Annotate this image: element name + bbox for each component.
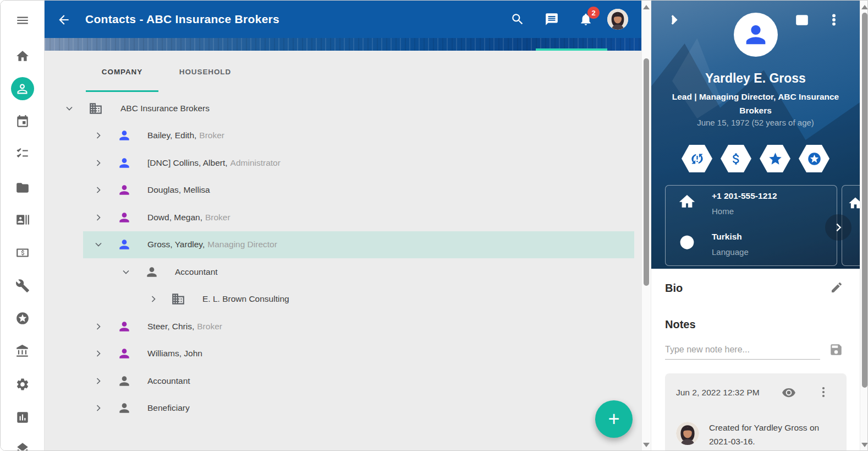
contact-avatar[interactable] bbox=[734, 13, 778, 57]
tree-row-contact[interactable]: Williams, John bbox=[45, 340, 641, 368]
tree-row-role-group[interactable]: Accountant bbox=[45, 367, 641, 395]
menu-icon[interactable] bbox=[15, 13, 30, 28]
chevron-right-icon[interactable] bbox=[93, 403, 104, 414]
tree-row-role-group[interactable]: Beneficiary bbox=[45, 395, 641, 422]
chevron-down-icon[interactable] bbox=[120, 267, 131, 278]
carousel-next-button[interactable] bbox=[825, 214, 851, 241]
star-circle-icon[interactable] bbox=[799, 145, 829, 172]
tree-row-contact[interactable]: [DNC] Collins, Albert,Administrator bbox=[45, 149, 641, 177]
home-icon bbox=[848, 195, 860, 211]
cheque-icon[interactable] bbox=[15, 245, 30, 260]
company-name: E. L. Brown Consulting bbox=[202, 294, 289, 303]
star-icon[interactable] bbox=[760, 145, 790, 172]
tree-row-contact[interactable]: Bailey, Edith,Broker bbox=[45, 122, 641, 150]
chevron-right-icon[interactable] bbox=[93, 184, 104, 195]
tree-row-company[interactable]: ABC Insurance Brokers bbox=[45, 95, 641, 122]
back-arrow-icon[interactable] bbox=[57, 13, 71, 27]
language-row: Turkish Language bbox=[666, 226, 837, 265]
scroll-up-arrow[interactable] bbox=[861, 5, 868, 9]
active-tab-indicator bbox=[86, 90, 158, 92]
group-name: Beneficiary bbox=[147, 403, 190, 412]
change-cover-photo-icon[interactable] bbox=[795, 13, 809, 27]
chevron-right-icon[interactable] bbox=[93, 348, 104, 359]
scrollbar-thumb[interactable] bbox=[862, 13, 867, 388]
tree-row-contact[interactable]: Douglas, Mellisa bbox=[45, 177, 641, 204]
notifications-icon[interactable]: 2 bbox=[579, 12, 593, 26]
tree-row-role-group[interactable]: Accountant bbox=[45, 258, 641, 286]
group-name: Accountant bbox=[147, 376, 190, 385]
scroll-up-arrow[interactable] bbox=[643, 5, 650, 9]
chevron-right-icon[interactable] bbox=[148, 294, 159, 305]
search-icon[interactable] bbox=[510, 12, 525, 26]
tree-row-contact[interactable]: Dowd, Megan,Broker bbox=[45, 204, 641, 231]
chevron-down-icon[interactable] bbox=[64, 103, 75, 114]
notification-badge: 2 bbox=[587, 7, 600, 19]
contact-birthdate: June 15, 1972 (52 years of age) bbox=[651, 118, 860, 127]
tools-icon[interactable] bbox=[15, 278, 30, 294]
language-value: Turkish bbox=[712, 232, 742, 242]
contact-role: Broker bbox=[205, 213, 230, 222]
scroll-down-arrow[interactable] bbox=[643, 443, 650, 447]
star-circle-icon[interactable] bbox=[15, 311, 30, 326]
contact-name: [DNC] Collins, Albert, bbox=[147, 158, 228, 167]
app-window: Contacts - ABC Insurance Brokers 2 COMPA… bbox=[0, 0, 868, 451]
contacts-icon[interactable] bbox=[11, 77, 34, 100]
chevron-right-icon[interactable] bbox=[93, 130, 104, 141]
tree-row-contact[interactable]: Steer, Chris,Broker bbox=[45, 313, 641, 340]
contact-full-name: Yardley E. Gross bbox=[651, 71, 860, 86]
bio-heading: Bio bbox=[665, 282, 683, 295]
save-note-icon[interactable] bbox=[829, 343, 843, 357]
main-scrollbar[interactable] bbox=[641, 1, 651, 451]
contact-name: Douglas, Mellisa bbox=[147, 185, 210, 194]
contact-detail-panel: Yardley E. Gross Lead | Managing Directo… bbox=[651, 1, 860, 451]
chevron-right-icon[interactable] bbox=[93, 212, 104, 223]
new-note-input[interactable] bbox=[665, 343, 820, 360]
bank-icon[interactable] bbox=[15, 344, 30, 359]
tree-row-company[interactable]: E. L. Brown Consulting bbox=[45, 286, 641, 313]
collapse-panel-icon[interactable] bbox=[667, 13, 681, 27]
scroll-down-arrow[interactable] bbox=[861, 443, 868, 447]
home-icon[interactable] bbox=[15, 48, 30, 64]
contact-role: Broker bbox=[199, 131, 224, 140]
detail-scrollbar[interactable] bbox=[860, 1, 868, 451]
chevron-right-icon[interactable] bbox=[93, 157, 104, 169]
chevron-down-icon[interactable] bbox=[93, 239, 104, 250]
tree-row-contact-selected[interactable]: Gross, Yardley,Managing Director bbox=[45, 231, 641, 259]
building-icon bbox=[171, 292, 185, 306]
globe-icon bbox=[679, 234, 695, 251]
chevron-right-icon[interactable] bbox=[93, 376, 104, 387]
chart-icon[interactable] bbox=[15, 410, 30, 425]
chevron-right-icon[interactable] bbox=[93, 321, 104, 332]
contact-name: Steer, Chris, bbox=[147, 322, 194, 331]
left-icon-rail bbox=[1, 1, 45, 451]
contact-name: Williams, John bbox=[147, 349, 202, 358]
tab-household[interactable]: HOUSEHOLD bbox=[169, 51, 241, 93]
person-icon bbox=[145, 265, 159, 279]
calendar-icon[interactable] bbox=[15, 114, 30, 129]
chat-icon[interactable] bbox=[545, 12, 559, 26]
note-text: Created for Yardley Gross on 2021-03-16. bbox=[709, 421, 838, 448]
note-more-options-icon[interactable] bbox=[817, 385, 830, 399]
folder-icon[interactable] bbox=[15, 180, 30, 195]
contact-hero: Yardley E. Gross Lead | Managing Directo… bbox=[651, 1, 860, 269]
layers-icon[interactable] bbox=[15, 441, 30, 451]
user-avatar[interactable] bbox=[607, 9, 628, 30]
contact-role: Broker bbox=[197, 322, 222, 331]
main-area: Contacts - ABC Insurance Brokers 2 COMPA… bbox=[45, 1, 641, 451]
settings-icon[interactable] bbox=[15, 377, 30, 392]
scrollbar-thumb[interactable] bbox=[644, 58, 649, 286]
edit-bio-icon[interactable] bbox=[830, 281, 843, 294]
tasks-icon[interactable] bbox=[15, 146, 30, 161]
sync-problem-icon[interactable] bbox=[682, 145, 712, 172]
contacts-content: COMPANY HOUSEHOLD ABC Insurance Brokers … bbox=[45, 51, 641, 451]
tab-company[interactable]: COMPANY bbox=[86, 51, 158, 93]
contact-info-card[interactable]: +1 201-555-1212 Home Turkish Language bbox=[665, 185, 837, 266]
visibility-icon[interactable] bbox=[782, 385, 796, 400]
contact-card-icon[interactable] bbox=[15, 212, 30, 227]
app-header: Contacts - ABC Insurance Brokers 2 bbox=[45, 1, 641, 38]
person-icon bbox=[117, 319, 131, 334]
dollar-icon[interactable] bbox=[721, 145, 751, 172]
note-author-avatar bbox=[676, 422, 699, 445]
more-options-icon[interactable] bbox=[827, 13, 841, 27]
add-contact-fab[interactable]: + bbox=[595, 400, 633, 438]
